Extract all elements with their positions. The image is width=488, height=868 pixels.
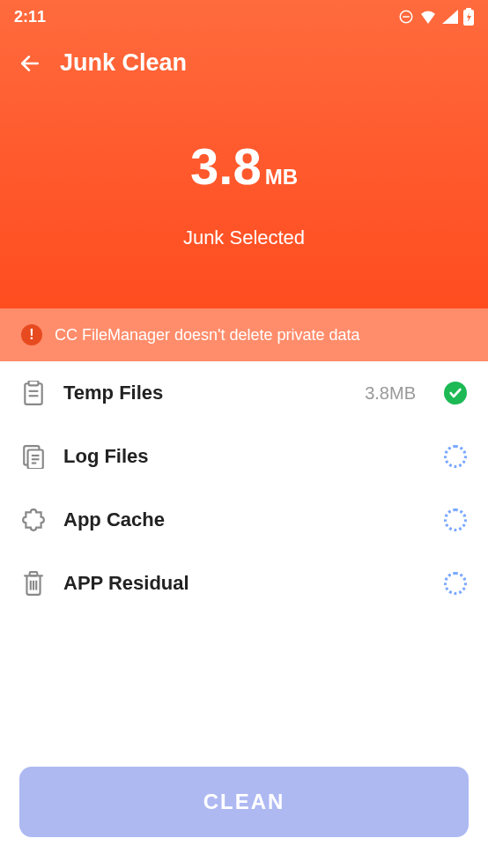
wifi-icon	[419, 10, 437, 24]
status-icons	[398, 8, 474, 26]
category-app-cache[interactable]: App Cache	[0, 488, 488, 552]
dnd-icon	[398, 9, 414, 25]
junk-selected-label: Junk Selected	[0, 226, 488, 249]
svg-rect-3	[466, 8, 471, 11]
clean-button-container: CLEAN	[19, 767, 469, 837]
svg-rect-6	[29, 381, 39, 385]
status-bar: 2:11	[0, 0, 488, 33]
loading-spinner-icon	[444, 445, 467, 468]
title-bar: Junk Clean	[0, 33, 488, 93]
size-value: 3.8	[190, 137, 262, 195]
category-size: 3.8MB	[365, 383, 416, 404]
puzzle-icon	[21, 508, 46, 532]
category-label: Temp Files	[63, 382, 347, 404]
category-app-residual[interactable]: APP Residual	[0, 552, 488, 615]
battery-icon	[463, 8, 474, 26]
category-label: Log Files	[63, 445, 426, 468]
loading-spinner-icon	[444, 508, 467, 531]
page-title: Junk Clean	[60, 49, 187, 77]
category-list: Temp Files 3.8MB Log Files App Cache APP…	[0, 361, 488, 615]
svg-rect-15	[30, 572, 38, 575]
category-label: APP Residual	[63, 572, 426, 595]
category-temp-files[interactable]: Temp Files 3.8MB	[0, 361, 488, 425]
header-gradient: 2:11 Junk Clean 3.8MB Junk Selected	[0, 0, 488, 308]
notice-text: CC FileManager doesn't delete private da…	[55, 326, 360, 345]
category-log-files[interactable]: Log Files	[0, 425, 488, 488]
check-icon[interactable]	[444, 382, 467, 404]
size-unit: MB	[265, 165, 298, 189]
document-icon	[21, 444, 46, 469]
notice-bar: ! CC FileManager doesn't delete private …	[0, 308, 488, 361]
size-display: 3.8MB	[0, 137, 488, 196]
status-time: 2:11	[14, 8, 46, 26]
category-label: App Cache	[63, 508, 426, 531]
clean-button[interactable]: CLEAN	[19, 767, 469, 837]
trash-icon	[21, 571, 46, 596]
alert-icon: !	[21, 324, 42, 345]
svg-rect-5	[25, 383, 41, 404]
loading-spinner-icon	[444, 572, 467, 595]
back-button[interactable]	[18, 51, 42, 76]
clipboard-icon	[21, 381, 46, 405]
signal-icon	[442, 10, 458, 24]
